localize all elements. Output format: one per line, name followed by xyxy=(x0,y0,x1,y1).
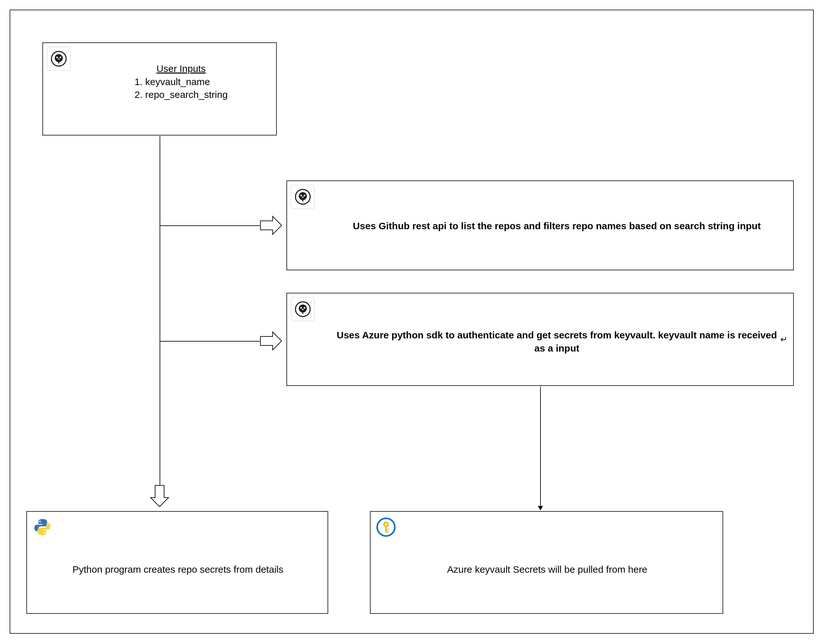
arrow-to-python-program xyxy=(149,485,170,507)
connector-branch-2 xyxy=(160,341,260,341)
connector-trunk-vertical xyxy=(160,136,160,486)
azure-sdk-text: Uses Azure python sdk to authenticate an… xyxy=(332,329,782,355)
svg-rect-21 xyxy=(387,529,389,530)
node-github-api: Uses Github rest api to list the repos a… xyxy=(286,180,794,270)
node-user-inputs: User Inputs 1. keyvault_name 2. repo_sea… xyxy=(42,42,277,135)
connector-sdk-to-keyvault xyxy=(540,387,541,507)
svg-rect-20 xyxy=(385,527,387,533)
python-icon xyxy=(31,516,54,539)
github-icon xyxy=(47,47,71,71)
arrow-to-azure-sdk xyxy=(260,330,282,351)
svg-point-4 xyxy=(58,58,60,60)
svg-point-3 xyxy=(60,57,61,58)
svg-point-9 xyxy=(302,197,304,198)
svg-point-11 xyxy=(299,304,307,312)
github-api-text: Uses Github rest api to list the repos a… xyxy=(338,220,775,233)
user-inputs-title: User Inputs xyxy=(157,63,206,74)
arrowhead-to-keyvault xyxy=(538,506,543,510)
github-icon xyxy=(291,185,315,209)
github-icon xyxy=(291,297,315,321)
key-icon xyxy=(374,516,398,539)
svg-point-7 xyxy=(300,195,302,196)
svg-point-15 xyxy=(39,521,41,522)
enter-glyph-icon: ↵ xyxy=(780,335,787,344)
svg-point-2 xyxy=(56,57,58,58)
svg-point-19 xyxy=(385,523,387,526)
svg-point-12 xyxy=(300,307,302,309)
svg-point-14 xyxy=(302,309,304,310)
node-python-program: Python program creates repo secrets from… xyxy=(26,511,328,614)
svg-point-16 xyxy=(44,532,46,533)
arrow-to-github-api xyxy=(260,215,282,236)
svg-point-13 xyxy=(304,307,305,309)
user-inputs-line2: 2. repo_search_string xyxy=(135,89,228,100)
user-inputs-line1: 1. keyvault_name xyxy=(135,77,210,87)
svg-rect-22 xyxy=(387,531,389,533)
svg-point-1 xyxy=(55,54,63,62)
node-azure-sdk: Uses Azure python sdk to authenticate an… xyxy=(286,293,794,386)
node-azure-keyvault: Azure keyvault Secrets will be pulled fr… xyxy=(370,511,723,614)
python-program-text: Python program creates repo secrets from… xyxy=(46,563,309,576)
svg-point-6 xyxy=(299,192,307,200)
connector-branch-1 xyxy=(160,225,260,226)
svg-point-8 xyxy=(304,195,305,196)
azure-keyvault-text: Azure keyvault Secrets will be pulled fr… xyxy=(396,563,698,576)
diagram-canvas: User Inputs 1. keyvault_name 2. repo_sea… xyxy=(10,10,814,634)
